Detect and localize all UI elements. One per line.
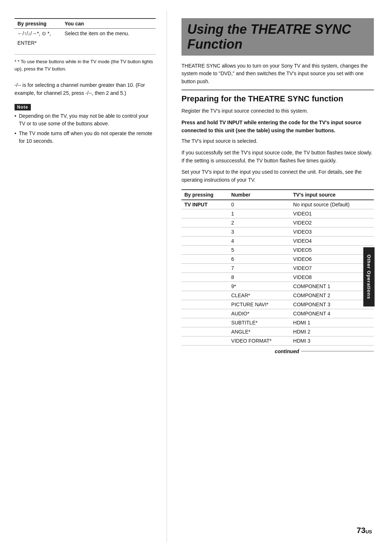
list-item: Depending on the TV, you may not be able… — [15, 112, 156, 128]
table-row: ←/↑/↓/→*, ⊙ *, Select the item on the me… — [15, 29, 156, 39]
press-symbols: ←/↑/↓/→*, ⊙ *, — [15, 29, 62, 39]
number-cell: 8 — [228, 273, 290, 282]
table-row: AUDIO*COMPONENT 4 — [181, 309, 374, 318]
page-number: 73US — [356, 526, 372, 535]
number-cell: 2 — [228, 218, 290, 227]
press-cell: TV INPUT — [181, 200, 228, 209]
source-cell: COMPONENT 4 — [290, 309, 374, 318]
tv-selected: The TV's input source is selected. — [181, 137, 374, 145]
press-cell — [181, 209, 228, 218]
table-row: 7VIDEO7 — [181, 263, 374, 273]
press-cell — [181, 218, 228, 227]
source-cell: VIDEO1 — [290, 209, 374, 218]
main-title-text: Using the THEATRE SYNCFunction — [187, 22, 368, 52]
section-intro: Register the TV's input source connected… — [181, 107, 374, 115]
intro-text: THEATRE SYNC allows you to turn on your … — [181, 62, 374, 86]
col-you-can: You can — [62, 19, 156, 29]
col-number: Number — [228, 190, 290, 200]
section-title: Preparing for the THEATRE SYNC function — [181, 89, 374, 104]
press-enter: ENTER* — [15, 38, 62, 48]
table-row: ENTER* — [15, 38, 156, 48]
continued-label: continued — [275, 348, 299, 354]
number-cell: ANGLE* — [228, 327, 290, 336]
footnote-channel: -/-- is for selecting a channel number g… — [15, 81, 156, 97]
table-row: CLEAR*COMPONENT 2 — [181, 291, 374, 300]
source-cell: COMPONENT 1 — [290, 282, 374, 291]
source-cell: VIDEO5 — [290, 245, 374, 254]
action-select: Select the item on the menu. — [62, 29, 156, 39]
table-row: 9*COMPONENT 1 — [181, 282, 374, 291]
table-row: 4VIDEO4 — [181, 236, 374, 245]
number-cell: 6 — [228, 254, 290, 263]
continued-line — [301, 351, 374, 351]
note-list: Depending on the TV, you may not be able… — [15, 112, 156, 145]
press-cell — [181, 309, 228, 318]
press-cell — [181, 273, 228, 282]
number-cell: CLEAR* — [228, 291, 290, 300]
press-cell — [181, 227, 228, 236]
result-text: If you successfully set the TV's input s… — [181, 149, 374, 165]
source-cell: VIDEO3 — [290, 227, 374, 236]
source-cell: COMPONENT 2 — [290, 291, 374, 300]
press-cell — [181, 300, 228, 309]
press-cell — [181, 254, 228, 263]
table-row: 8VIDEO8 — [181, 273, 374, 282]
number-cell: AUDIO* — [228, 309, 290, 318]
table-row: 3VIDEO3 — [181, 227, 374, 236]
col-tv-input: TV's input source — [290, 190, 374, 200]
press-cell — [181, 336, 228, 345]
number-cell: 9* — [228, 282, 290, 291]
set-text: Set your TV's input to the input you use… — [181, 168, 374, 184]
page-num-suffix: US — [366, 529, 372, 534]
press-cell — [181, 291, 228, 300]
press-cell — [181, 236, 228, 245]
source-cell: VIDEO7 — [290, 263, 374, 273]
table-row: PICTURE NAVI*COMPONENT 3 — [181, 300, 374, 309]
footnote-tv-mode: * * To use these buttons while in the TV… — [15, 58, 156, 72]
source-cell: HDMI 2 — [290, 327, 374, 336]
number-cell: VIDEO FORMAT* — [228, 336, 290, 345]
number-cell: 5 — [228, 245, 290, 254]
source-cell: No input source (Default) — [290, 200, 374, 209]
table-row: 5VIDEO5 — [181, 245, 374, 254]
col-by-pressing: By pressing — [181, 190, 228, 200]
number-cell: 4 — [228, 236, 290, 245]
number-cell: 1 — [228, 209, 290, 218]
table-row: 1VIDEO1 — [181, 209, 374, 218]
press-cell — [181, 282, 228, 291]
number-cell: PICTURE NAVI* — [228, 300, 290, 309]
table-row: 2VIDEO2 — [181, 218, 374, 227]
source-cell: VIDEO4 — [290, 236, 374, 245]
col-by-pressing: By pressing — [15, 19, 62, 29]
press-cell — [181, 263, 228, 273]
source-cell: VIDEO2 — [290, 218, 374, 227]
press-cell — [181, 245, 228, 254]
left-column: By pressing You can ←/↑/↓/→*, ⊙ *, Selec… — [0, 11, 167, 542]
source-cell: VIDEO8 — [290, 273, 374, 282]
sidebar-label: Other Operations — [363, 247, 375, 306]
source-cell: COMPONENT 3 — [290, 300, 374, 309]
source-cell: HDMI 1 — [290, 318, 374, 327]
page-num-big: 73 — [356, 526, 365, 535]
input-table: By pressing Number TV's input source TV … — [181, 189, 374, 346]
note-label: Note — [15, 104, 31, 110]
note-section: Note Depending on the TV, you may not be… — [15, 104, 156, 145]
source-cell: HDMI 3 — [290, 336, 374, 345]
list-item: The TV mode turns off when you do not op… — [15, 130, 156, 145]
left-top-table: By pressing You can ←/↑/↓/→*, ⊙ *, Selec… — [15, 18, 156, 48]
press-cell — [181, 327, 228, 336]
continued-row: continued — [181, 348, 374, 354]
number-cell: 0 — [228, 200, 290, 209]
table-row: TV INPUT0No input source (Default) — [181, 200, 374, 209]
table-row: ANGLE*HDMI 2 — [181, 327, 374, 336]
right-column: Using the THEATRE SYNCFunction THEATRE S… — [167, 11, 392, 542]
table-row: 6VIDEO6 — [181, 254, 374, 263]
bold-instruction: Press and hold TV INPUT while entering t… — [181, 119, 374, 134]
table-row: SUBTITLE*HDMI 1 — [181, 318, 374, 327]
main-title-block: Using the THEATRE SYNCFunction — [181, 18, 374, 56]
source-cell: VIDEO6 — [290, 254, 374, 263]
press-cell — [181, 318, 228, 327]
table-row: VIDEO FORMAT*HDMI 3 — [181, 336, 374, 345]
number-cell: 7 — [228, 263, 290, 273]
number-cell: 3 — [228, 227, 290, 236]
